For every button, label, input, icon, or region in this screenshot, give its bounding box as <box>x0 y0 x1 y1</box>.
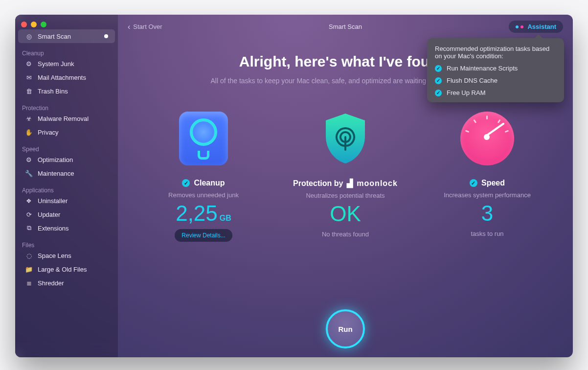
speed-sub: Increases system performance <box>421 191 553 199</box>
protection-value: OK <box>279 203 411 225</box>
speed-status: tasks to run <box>421 230 553 237</box>
sidebar-item-label: System Junk <box>38 60 74 68</box>
cleanup-title: Cleanup <box>194 179 225 187</box>
plugin-icon: ⧉ <box>25 224 33 232</box>
sidebar-item-mail-attachments[interactable]: ✉Mail Attachments <box>18 70 115 84</box>
back-button[interactable]: ‹ Start Over <box>128 23 162 31</box>
assistant-tooltip: Recommended optimization tasks based on … <box>427 38 564 102</box>
sidebar-item-label: Space Lens <box>38 252 71 259</box>
assistant-dots-icon <box>516 25 523 28</box>
gear-icon: ⚙ <box>25 60 33 68</box>
sidebar-item-label: Large & Old Files <box>38 266 87 273</box>
assistant-label: Assistant <box>527 23 556 30</box>
lens-icon: ◌ <box>25 252 33 259</box>
moonlock-logo-icon: ▟ <box>347 179 353 188</box>
wrench-icon: 🔧 <box>25 170 33 177</box>
mail-icon: ✉ <box>25 74 33 81</box>
zoom-window-button[interactable] <box>41 22 46 27</box>
speed-title: Speed <box>481 179 505 187</box>
folder-icon: 📁 <box>25 266 33 273</box>
sidebar-item-malware-removal[interactable]: ☣Malware Removal <box>18 112 115 125</box>
refresh-icon: ⟳ <box>25 211 33 218</box>
sidebar-item-optimization[interactable]: ⚙Optimization <box>18 153 115 166</box>
cleanup-value: 2,25GB <box>137 203 270 224</box>
sidebar-section-header: Speed <box>15 143 118 153</box>
drive-icon <box>174 109 233 168</box>
hand-icon: ✋ <box>25 129 33 136</box>
sidebar-item-uninstaller[interactable]: ❖Uninstaller <box>18 194 115 208</box>
tooltip-item: ✓ Free Up RAM <box>435 89 556 96</box>
sidebar-section-header: Protection <box>15 102 118 112</box>
tooltip-item: ✓ Run Maintenance Scripts <box>435 65 556 72</box>
sidebar-item-extensions[interactable]: ⧉Extensions <box>18 221 115 235</box>
minimize-window-button[interactable] <box>31 22 37 27</box>
status-dot-icon <box>104 34 108 38</box>
sidebar-item-label: Updater <box>38 211 60 218</box>
sidebar-item-system-junk[interactable]: ⚙System Junk <box>18 57 115 70</box>
sidebar-item-space-lens[interactable]: ◌Space Lens <box>18 249 115 262</box>
radar-icon: ◎ <box>25 33 33 40</box>
sidebar-item-maintenance[interactable]: 🔧Maintenance <box>18 166 115 180</box>
sidebar-item-label: Shredder <box>38 279 64 287</box>
run-button[interactable]: Run <box>326 309 365 348</box>
gauge-icon <box>458 109 517 168</box>
sidebar-item-updater[interactable]: ⟳Updater <box>18 208 115 221</box>
sidebar-item-label: Extensions <box>38 225 69 232</box>
biohazard-icon: ☣ <box>25 115 33 122</box>
speed-value: 3 <box>421 203 553 224</box>
shredder-icon: ≣ <box>25 279 33 287</box>
cleanup-sub: Removes unneeded junk <box>137 191 270 199</box>
puzzle-icon: ❖ <box>25 197 33 205</box>
results-row: ✓ Cleanup Removes unneeded junk 2,25GB R… <box>137 109 553 242</box>
assistant-button[interactable]: Assistant <box>509 21 563 33</box>
trash-icon: 🗑 <box>25 88 33 95</box>
sidebar-item-privacy[interactable]: ✋Privacy <box>18 125 115 139</box>
sidebar-item-smart-scan[interactable]: ◎Smart Scan <box>18 29 115 43</box>
close-window-button[interactable] <box>21 22 27 27</box>
sliders-icon: ⚙ <box>25 156 33 163</box>
sidebar-section-header: Cleanup <box>15 47 118 57</box>
sidebar-section-header: Files <box>15 239 118 249</box>
app-window: ◎Smart ScanCleanup⚙System Junk✉Mail Atta… <box>15 15 573 357</box>
sidebar-item-label: Malware Removal <box>38 115 89 122</box>
back-label: Start Over <box>133 23 162 30</box>
sidebar-item-large-old-files[interactable]: 📁Large & Old Files <box>18 262 115 276</box>
sidebar-item-label: Privacy <box>38 129 59 136</box>
window-controls <box>15 17 118 29</box>
sidebar: ◎Smart ScanCleanup⚙System Junk✉Mail Atta… <box>15 15 118 357</box>
sidebar-section-header: Applications <box>15 184 118 194</box>
review-details-button[interactable]: Review Details... <box>175 229 232 242</box>
main-panel: ‹ Start Over Smart Scan Assistant Recomm… <box>118 15 573 357</box>
check-icon: ✓ <box>435 65 442 72</box>
sidebar-item-label: Maintenance <box>38 170 74 177</box>
protection-card: Protection by ▟ moonlock Neutralizes pot… <box>279 109 411 242</box>
check-icon: ✓ <box>182 179 190 187</box>
sidebar-item-label: Trash Bins <box>38 88 68 95</box>
sidebar-item-label: Uninstaller <box>38 197 68 205</box>
protection-status: No threats found <box>279 231 411 238</box>
shield-icon <box>316 109 375 168</box>
speed-card: ✓ Speed Increases system performance 3 t… <box>421 109 553 242</box>
chevron-left-icon: ‹ <box>128 23 130 31</box>
protection-sub: Neutralizes potential threats <box>279 192 411 199</box>
page-title: Smart Scan <box>329 23 362 30</box>
protection-title: Protection by ▟ moonlock <box>279 179 411 188</box>
check-icon: ✓ <box>435 90 442 96</box>
sidebar-item-shredder[interactable]: ≣Shredder <box>18 276 115 290</box>
top-bar: ‹ Start Over Smart Scan Assistant <box>118 15 573 39</box>
sidebar-item-label: Smart Scan <box>38 33 71 40</box>
tooltip-heading: Recommended optimization tasks based on … <box>435 45 556 60</box>
sidebar-item-label: Mail Attachments <box>38 74 86 81</box>
tooltip-item: ✓ Flush DNS Cache <box>435 77 556 84</box>
check-icon: ✓ <box>435 77 442 84</box>
sidebar-item-trash-bins[interactable]: 🗑Trash Bins <box>18 84 115 98</box>
check-icon: ✓ <box>470 179 477 187</box>
cleanup-card: ✓ Cleanup Removes unneeded junk 2,25GB R… <box>137 109 270 242</box>
sidebar-item-label: Optimization <box>38 156 73 163</box>
